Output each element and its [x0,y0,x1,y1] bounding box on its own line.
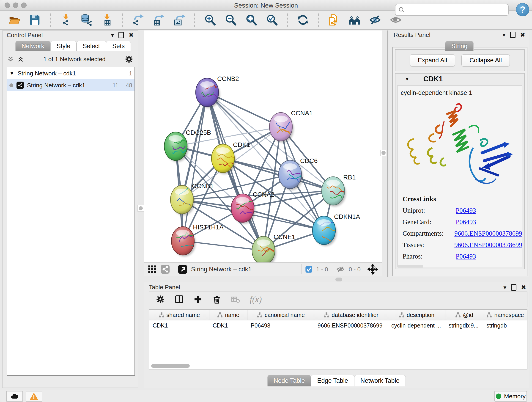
edge-CCNB2-RB1[interactable] [207,92,333,191]
delete-column-icon[interactable] [212,295,221,304]
crosslink-label: GeneCard: [403,218,456,226]
first-neighbors-icon[interactable] [348,13,361,26]
birdseye-navigator-icon[interactable] [367,264,378,274]
export-image-icon[interactable] [173,13,186,26]
node-CDKN1A[interactable]: CDKN1A [312,213,360,246]
zoom-selected-icon[interactable] [266,13,278,26]
cell-description[interactable]: cyclin-dependent ... [388,320,445,331]
right-splitter[interactable] [382,31,389,277]
section-collapse-icon[interactable]: ▼ [405,76,410,82]
control-panel-close-icon[interactable]: ✖ [128,32,133,38]
cell--id[interactable]: stringdb:9... [445,320,483,331]
network-row[interactable]: String Network – cdk1 11 48 [7,79,134,91]
tab-network[interactable]: Network [15,41,51,51]
hidden-eye-icon[interactable] [336,265,345,274]
results-panel-menu-icon[interactable]: ▾ [502,32,505,38]
control-panel-menu-icon[interactable]: ▾ [111,32,114,38]
zoom-out-icon[interactable] [224,13,237,26]
results-panel-close-icon[interactable]: ✖ [520,32,525,38]
crosslink-link[interactable]: P06493 [456,253,476,260]
gear-icon[interactable] [125,55,133,63]
cell-database-identifier[interactable]: 9606.ENSP00000378699 [314,320,388,331]
table-row[interactable]: CDK1CDK1P064939606.ENSP00000378699cyclin… [149,320,527,331]
search-box [395,4,509,16]
search-input[interactable] [407,6,506,13]
tab-node-table[interactable]: Node Table [267,375,311,386]
cell-shared-name[interactable]: CDK1 [149,320,209,331]
node-CCNA1[interactable]: CCNA1 [269,109,313,142]
table-panel-title: Table Panel [149,284,180,291]
zoom-fit-icon[interactable] [245,13,258,26]
table-panel-close-icon[interactable]: ✖ [521,284,526,290]
table-panel: Table Panel ▾ ✖ f(x) shared namenamecano… [144,282,529,388]
table-panel-menu-icon[interactable]: ▾ [503,284,506,290]
expand-all-button[interactable]: Expand All [410,54,455,66]
horizontal-splitter-knob[interactable] [336,278,342,281]
hide-selection-icon[interactable] [369,13,381,26]
cell-namespace[interactable]: stringdb [483,320,527,331]
grid-view-icon[interactable] [147,265,157,274]
import-network-file-icon[interactable] [59,13,72,26]
cloud-button[interactable] [6,391,23,402]
tab-style[interactable]: Style [51,41,76,51]
column-header--id[interactable]: @id [445,310,483,320]
detach-view-icon[interactable] [178,264,187,274]
crosslink-link[interactable]: 9606.ENSP00000378699 [454,230,522,237]
column-header-canonical-name[interactable]: canonical name [247,310,314,320]
tab-string[interactable]: String [445,41,474,51]
column-header-namespace[interactable]: namespace [483,310,527,320]
table-horizontal-scrollbar[interactable] [151,364,190,368]
network-collection-row[interactable]: ▼ String Network – cdk1 1 [7,67,134,79]
left-splitter-knob[interactable] [138,205,144,211]
node-CDK1[interactable]: CDK1 [211,141,250,174]
edge-CCNB2-HIST1H1A[interactable] [183,92,207,241]
results-scrollbar-stub[interactable] [398,265,423,268]
control-panel-float-icon[interactable] [119,32,124,38]
open-session-icon[interactable] [8,13,21,26]
left-splitter[interactable] [138,31,144,388]
tree-expand-icon[interactable]: ▼ [9,70,14,76]
results-panel-float-icon[interactable] [510,32,515,38]
network-canvas[interactable]: CCNB2CCNA1CDC25BCDK1CDC6RB1CCNB1CCNA2CDK… [144,31,382,262]
node-CCNE1[interactable]: CCNE1 [252,233,295,262]
network-view-icon[interactable] [160,264,170,274]
tab-edge-table[interactable]: Edge Table [311,375,354,386]
warnings-button[interactable] [26,391,42,402]
tab-sets[interactable]: Sets [106,41,131,51]
tab-select[interactable]: Select [76,41,106,51]
tab-network-table[interactable]: Network Table [354,375,406,386]
table-panel-float-icon[interactable] [511,284,516,291]
table-options-gear-icon[interactable] [156,295,165,304]
show-columns-icon[interactable] [175,295,184,304]
cell-canonical-name[interactable]: P06493 [247,320,314,331]
column-header-shared-name[interactable]: shared name [149,310,209,320]
crosslink-link[interactable]: P06493 [456,207,476,214]
column-header-name[interactable]: name [209,310,247,320]
crosslink-link[interactable]: 9606.ENSP00000378699 [454,241,522,249]
export-network-icon[interactable] [132,13,144,26]
crosslink-row: Compartments:9606.ENSP00000378699 [403,230,522,237]
node-HIST1H1A[interactable]: HIST1H1A [171,224,224,256]
refresh-view-icon[interactable] [297,13,309,26]
cell-name[interactable]: CDK1 [209,320,247,331]
horizontal-splitter[interactable] [144,277,529,282]
zoom-in-icon[interactable] [204,13,216,26]
export-table-icon[interactable] [152,13,165,26]
collapse-all-icon[interactable] [7,56,14,63]
new-network-from-selection-icon[interactable] [327,13,340,26]
expand-all-icon[interactable] [17,56,24,63]
memory-button[interactable]: Memory [494,391,527,402]
collapse-all-button[interactable]: Collapse All [462,54,510,66]
right-splitter-knob[interactable] [380,150,387,156]
column-header-database-identifier[interactable]: database identifier [314,310,388,320]
add-column-icon[interactable] [193,295,203,304]
selected-checkbox-icon[interactable] [305,266,312,273]
crosslink-link[interactable]: P06493 [456,218,476,226]
column-header-description[interactable]: description [388,310,445,320]
node-CCNB1[interactable]: CCNB1 [171,182,214,215]
import-table-file-icon[interactable] [101,13,114,26]
import-network-database-icon[interactable] [80,13,93,26]
help-button[interactable]: ? [516,3,529,16]
node-RB1[interactable]: RB1 [322,174,355,206]
save-session-icon[interactable] [28,13,41,26]
